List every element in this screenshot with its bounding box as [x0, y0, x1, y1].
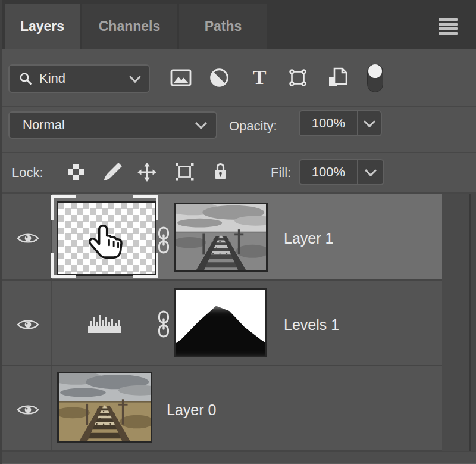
layer-row-levels-1[interactable]: Levels 1 [0, 281, 442, 366]
adjustment-layer-filter-button[interactable] [209, 67, 230, 88]
mask-link-icon[interactable] [156, 226, 171, 254]
opacity-value: 100% [300, 116, 357, 131]
visibility-eye-icon[interactable] [17, 231, 39, 245]
layer-filter-bar: Kind T [0, 49, 476, 107]
pixel-layer-filter-icon [170, 68, 192, 88]
chevron-down-icon [195, 117, 207, 129]
lock-image-pixels-button[interactable] [103, 162, 123, 182]
tab-paths-label: Paths [205, 18, 242, 35]
smart-object-filter-button[interactable] [327, 67, 348, 88]
tab-layers[interactable]: Layers [5, 4, 80, 49]
mask-black-blob [174, 306, 267, 357]
levels-1-mask-thumbnail[interactable] [174, 288, 267, 357]
visibility-eye-icon[interactable] [17, 403, 39, 417]
shape-layer-filter-button[interactable] [287, 67, 308, 88]
fill-input[interactable]: 100% [299, 159, 384, 185]
lock-image-pixels-icon [103, 162, 123, 182]
pixel-layer-filter-button[interactable] [170, 68, 192, 88]
layer-name[interactable]: Layer 1 [284, 230, 333, 247]
filter-kind-label: Kind [39, 71, 124, 86]
layer-name[interactable]: Levels 1 [284, 316, 339, 334]
type-layer-filter-button[interactable]: T [249, 67, 270, 88]
layer-0-thumbnail[interactable] [57, 372, 152, 443]
fill-value: 100% [300, 164, 357, 180]
layer-list: Layer 1 [0, 194, 476, 451]
adjustment-layer-filter-icon [209, 67, 230, 88]
hamburger-menu-icon [439, 18, 458, 21]
layer-1-mask-thumbnail[interactable] [174, 203, 268, 272]
lock-label: Lock: [12, 165, 43, 180]
tab-layers-label: Layers [20, 18, 64, 35]
blend-mode-dropdown[interactable]: Normal [8, 111, 217, 139]
lock-transparent-pixels-button[interactable] [68, 164, 84, 180]
tab-paths[interactable]: Paths [179, 4, 267, 49]
shape-layer-filter-icon [287, 67, 308, 88]
toggle-knob [368, 64, 382, 78]
lock-options-bar: Lock: [0, 153, 476, 194]
panel-menu-button[interactable] [439, 18, 458, 35]
lock-all-button[interactable] [212, 161, 228, 180]
chevron-down-icon [129, 71, 141, 83]
panel-bottom-strip [0, 451, 476, 464]
mask-link-icon[interactable] [156, 310, 171, 338]
levels-adjustment-icon[interactable] [88, 313, 121, 334]
layer-row-layer-1[interactable]: Layer 1 [0, 194, 442, 281]
color-railway-photo [59, 373, 151, 441]
svg-text:T: T [253, 67, 267, 88]
smart-object-filter-icon [327, 67, 348, 88]
lock-transparent-pixels-icon [68, 164, 84, 180]
opacity-input[interactable]: 100% [299, 110, 382, 136]
opacity-label: Opacity: [229, 119, 277, 134]
blend-options-bar: Normal Opacity: 100% [0, 107, 476, 153]
fill-dropdown-button[interactable] [358, 168, 383, 176]
blend-mode-value: Normal [23, 117, 197, 133]
lock-all-icon [212, 161, 228, 180]
tab-channels-label: Channels [99, 18, 161, 35]
filter-kind-dropdown[interactable]: Kind [8, 64, 150, 93]
chevron-down-icon [365, 164, 377, 176]
lock-position-icon [137, 162, 157, 182]
lock-artboard-nesting-icon [175, 162, 195, 182]
filter-toggle-switch[interactable] [367, 64, 383, 92]
layer-name[interactable]: Layer 0 [167, 401, 216, 419]
type-layer-filter-icon: T [249, 67, 270, 88]
search-icon [19, 72, 32, 85]
panel-tab-bar: Layers Channels Paths [0, 0, 476, 49]
layers-panel: Layers Channels Paths Kind [0, 0, 476, 464]
lock-position-button[interactable] [137, 162, 157, 182]
hand-cursor-icon [88, 223, 127, 267]
panel-right-edge [471, 194, 476, 451]
chevron-down-icon [364, 116, 375, 127]
lock-artboard-nesting-button[interactable] [175, 162, 195, 182]
fill-label: Fill: [271, 165, 291, 180]
visibility-eye-icon[interactable] [17, 317, 39, 332]
layer-row-layer-0[interactable]: Layer 0 [0, 366, 442, 451]
tab-channels[interactable]: Channels [82, 4, 177, 49]
bw-railway-photo [176, 204, 266, 270]
opacity-dropdown-button[interactable] [358, 119, 381, 127]
